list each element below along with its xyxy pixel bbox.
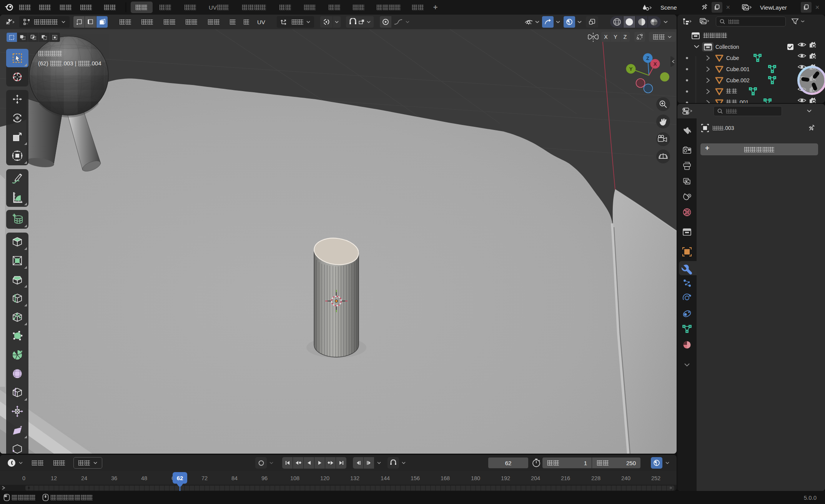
svg-text:36: 36 (111, 475, 117, 481)
svg-text:0: 0 (22, 475, 25, 481)
svg-text:Cube.001: Cube.001 (726, 66, 750, 72)
svg-text:X: X (654, 61, 657, 67)
svg-text:Cube.002: Cube.002 (726, 77, 750, 83)
svg-text:108: 108 (290, 475, 299, 481)
svg-text:252: 252 (651, 475, 660, 481)
svg-text:240: 240 (621, 475, 630, 481)
svg-text:84: 84 (231, 475, 238, 481)
svg-text:204: 204 (531, 475, 540, 481)
svg-text:48: 48 (141, 475, 147, 481)
svg-text:156: 156 (411, 475, 420, 481)
svg-text:.001: .001 (738, 99, 748, 103)
svg-text:144: 144 (381, 475, 390, 481)
svg-text:96: 96 (261, 475, 268, 481)
svg-text:Collection: Collection (715, 44, 739, 50)
svg-text:Z: Z (646, 55, 649, 61)
svg-text:168: 168 (441, 475, 450, 481)
svg-text:24: 24 (81, 475, 87, 481)
svg-text:228: 228 (591, 475, 600, 481)
svg-text:216: 216 (561, 475, 570, 481)
svg-text:72: 72 (201, 475, 208, 481)
svg-text:192: 192 (501, 475, 510, 481)
svg-text:Cube: Cube (726, 55, 739, 61)
svg-text:12: 12 (51, 475, 57, 481)
svg-text:Y: Y (629, 66, 633, 72)
svg-text:132: 132 (350, 475, 359, 481)
svg-text:180: 180 (471, 475, 480, 481)
svg-text:120: 120 (320, 475, 329, 481)
